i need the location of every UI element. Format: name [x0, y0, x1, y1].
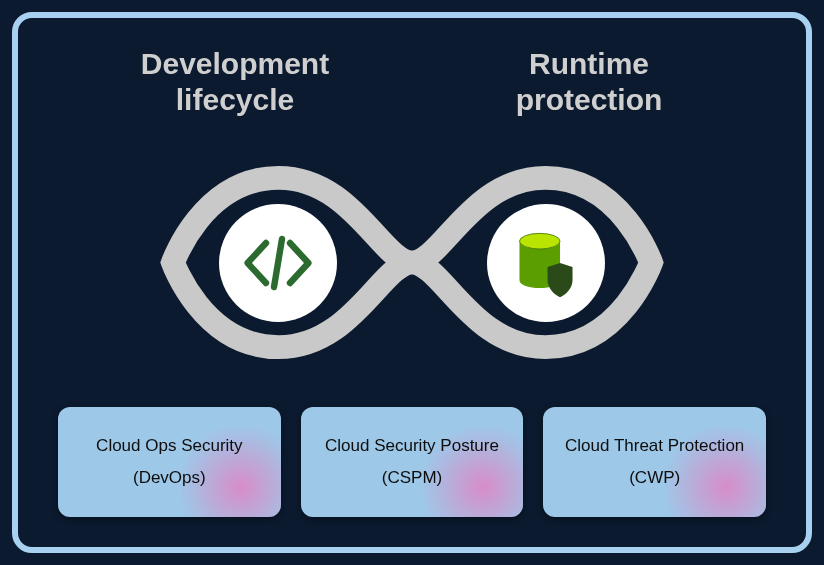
infinity-loop [152, 138, 672, 387]
svg-line-0 [274, 239, 282, 287]
headings-row: Development lifecycle Runtime protection [58, 46, 766, 118]
card-devops: Cloud Ops Security (DevOps) [58, 407, 281, 517]
heading-right-text: Runtime protection [516, 47, 663, 116]
cards-row: Cloud Ops Security (DevOps) Cloud Securi… [58, 407, 766, 517]
card-title-cspm: Cloud Security Posture [325, 436, 499, 456]
diagram-frame: Development lifecycle Runtime protection [12, 12, 812, 553]
card-title-devops: Cloud Ops Security [96, 436, 242, 456]
heading-development-lifecycle: Development lifecycle [105, 46, 365, 118]
database-shield-icon [507, 224, 585, 302]
card-title-cwp: Cloud Threat Protection [565, 436, 744, 456]
card-sub-devops: (DevOps) [133, 468, 206, 488]
heading-left-text: Development lifecycle [141, 47, 329, 116]
code-icon [238, 223, 318, 303]
card-cspm: Cloud Security Posture (CSPM) [301, 407, 524, 517]
card-sub-cspm: (CSPM) [382, 468, 442, 488]
heading-runtime-protection: Runtime protection [459, 46, 719, 118]
dev-icon-circle [219, 204, 337, 322]
card-sub-cwp: (CWP) [629, 468, 680, 488]
runtime-icon-circle [487, 204, 605, 322]
card-cwp: Cloud Threat Protection (CWP) [543, 407, 766, 517]
